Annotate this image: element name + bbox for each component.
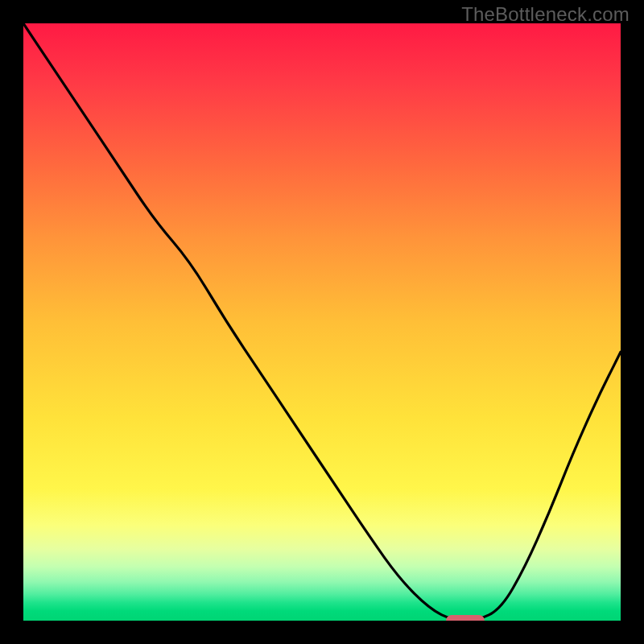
- optimal-marker: [446, 615, 485, 621]
- plot-area: [23, 23, 621, 621]
- chart-frame: TheBottleneck.com: [0, 0, 644, 644]
- curve-layer: [23, 23, 621, 621]
- bottleneck-curve: [23, 23, 621, 621]
- watermark-text: TheBottleneck.com: [461, 3, 630, 26]
